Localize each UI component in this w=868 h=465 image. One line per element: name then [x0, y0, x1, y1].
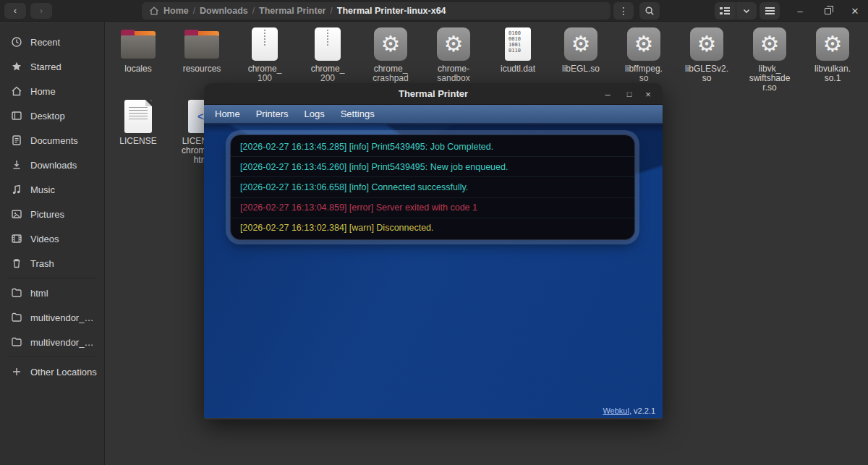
clock-icon	[11, 36, 22, 48]
forward-button[interactable]: ›	[30, 3, 52, 19]
sidebar-label: Starred	[30, 61, 61, 72]
executable-gear-icon: ⚙	[437, 27, 470, 61]
menu-home[interactable]: Home	[207, 106, 248, 122]
file-label: locales	[124, 64, 151, 74]
executable-gear-icon: ⚙	[690, 27, 723, 61]
file-libvk-swiftshader-so[interactable]: ⚙ libvk_ swiftshade r.so	[739, 27, 801, 93]
sidebar-item-pictures[interactable]: Pictures	[0, 202, 104, 226]
breadcrumb-current: Thermal Printer-linux-x64	[337, 6, 446, 16]
breadcrumb-separator: /	[330, 6, 332, 16]
maximize-button[interactable]: □	[621, 83, 638, 105]
menu-bar: Home Printers Logs Settings	[204, 105, 663, 124]
executable-gear-icon: ⚙	[627, 27, 660, 61]
sidebar-item-videos[interactable]: Videos	[0, 226, 104, 251]
log-panel: [2026-02-27 16:13:45.285] [info] Print54…	[230, 135, 635, 240]
file-label: libffmpeg. so	[625, 64, 663, 83]
folder-icon	[184, 30, 219, 59]
file-chrome-sandbox[interactable]: ⚙ chrome- sandbox	[422, 27, 485, 83]
file-label: LICENSE	[119, 137, 156, 146]
sidebar-label: Music	[30, 184, 55, 195]
sidebar-label: Pictures	[30, 209, 64, 220]
file-label: chrome_ 100	[248, 64, 282, 83]
picture-icon	[11, 208, 22, 220]
file-license[interactable]: LICENSE	[107, 100, 169, 146]
archive-icon	[315, 27, 341, 61]
sidebar-label: html	[30, 288, 48, 299]
sidebar-item-starred[interactable]: Starred	[0, 54, 104, 79]
folder-icon	[11, 336, 22, 348]
folder-icon	[11, 287, 22, 299]
desktop-icon	[11, 110, 22, 121]
file-icudtl-dat[interactable]: 0100 0010 1001 0110 icudtl.dat	[487, 27, 549, 74]
sidebar-item-home[interactable]: Home	[0, 79, 104, 103]
file-label: libvk_ swiftshade r.so	[749, 64, 791, 93]
sidebar-label: Videos	[30, 234, 59, 244]
window-minimize-button[interactable]: –	[791, 0, 809, 22]
breadcrumb-separator: /	[193, 6, 195, 16]
file-locales[interactable]: locales	[107, 27, 169, 74]
plus-icon	[11, 366, 22, 377]
window-title: Thermal Printer	[399, 88, 468, 99]
breadcrumb-item-home[interactable]: Home	[163, 6, 189, 16]
trash-icon	[11, 257, 22, 269]
chevron-down-icon	[742, 7, 751, 15]
archive-icon	[252, 27, 278, 61]
file-chrome-100[interactable]: chrome_ 100	[234, 27, 296, 83]
file-libegl-so[interactable]: ⚙ libEGL.so	[550, 27, 612, 74]
download-icon	[11, 159, 22, 171]
home-icon	[11, 85, 22, 97]
window-close-button[interactable]: ✕	[846, 0, 864, 22]
thermal-printer-titlebar[interactable]: Thermal Printer – □ ×	[204, 83, 663, 105]
sidebar-item-music[interactable]: Music	[0, 177, 104, 202]
menu-logs[interactable]: Logs	[296, 106, 332, 122]
sidebar-label: Documents	[30, 135, 78, 146]
sidebar-item-downloads[interactable]: Downloads	[0, 153, 104, 177]
file-chrome-crashpad[interactable]: ⚙ chrome_ crashpad	[359, 27, 422, 83]
home-icon	[149, 6, 159, 16]
sidebar: Recent Starred Home Desktop Documents Do…	[0, 22, 105, 465]
file-label: libEGL.so	[562, 64, 600, 74]
sidebar-item-other-locations[interactable]: Other Locations	[0, 359, 104, 384]
path-menu-button[interactable]: ⋮	[613, 2, 634, 20]
file-libvulkan-so-1[interactable]: ⚙ libvulkan. so.1	[801, 27, 864, 83]
webkul-link[interactable]: Webkul	[603, 406, 629, 415]
executable-gear-icon: ⚙	[374, 27, 407, 61]
breadcrumb-item-thermal-printer[interactable]: Thermal Printer	[259, 6, 326, 16]
file-label: libGLESv2. so	[685, 64, 728, 83]
sidebar-item-trash[interactable]: Trash	[0, 251, 104, 276]
sidebar-separator	[7, 357, 97, 357]
close-button[interactable]: ×	[639, 83, 657, 105]
sidebar-item-html[interactable]: html	[0, 281, 104, 305]
file-label: icudtl.dat	[501, 64, 535, 74]
file-libglesv2-so[interactable]: ⚙ libGLESv2. so	[676, 27, 738, 83]
breadcrumb-separator: /	[252, 6, 255, 16]
breadcrumb: Home / Downloads / Thermal Printer / The…	[142, 2, 610, 20]
window-restore-button[interactable]	[819, 0, 836, 22]
sidebar-item-multivendor-1[interactable]: multivendor_…	[0, 305, 104, 330]
sidebar-item-recent[interactable]: Recent	[0, 30, 104, 54]
sidebar-label: multivendor_…	[30, 312, 93, 323]
log-line: [2026-02-27 16:13:45.260] [info] Print54…	[231, 157, 634, 177]
breadcrumb-item-downloads[interactable]: Downloads	[200, 6, 248, 16]
executable-gear-icon: ⚙	[564, 27, 597, 61]
menu-settings[interactable]: Settings	[333, 106, 383, 122]
back-button[interactable]: ‹	[4, 3, 26, 19]
sidebar-item-documents[interactable]: Documents	[0, 128, 104, 153]
main-menu-button[interactable]	[760, 2, 780, 20]
minimize-button[interactable]: –	[599, 83, 616, 105]
menu-printers[interactable]: Printers	[248, 106, 297, 122]
credit-line: Webkul, v2.2.1	[603, 406, 655, 415]
sidebar-item-multivendor-2[interactable]: multivendor_…	[0, 330, 104, 354]
folder-icon	[121, 30, 156, 59]
file-resources[interactable]: resources	[171, 27, 233, 74]
view-options-dropdown[interactable]	[736, 2, 757, 20]
list-view-button[interactable]	[715, 2, 736, 20]
search-button[interactable]	[639, 2, 660, 20]
sidebar-label: Trash	[30, 258, 54, 269]
file-chrome-200[interactable]: chrome_ 200	[297, 27, 359, 83]
sidebar-item-desktop[interactable]: Desktop	[0, 103, 104, 128]
sidebar-label: multivendor_…	[30, 337, 93, 348]
file-label: chrome_ 200	[311, 64, 345, 83]
file-label: libvulkan. so.1	[814, 64, 851, 83]
file-libffmpeg-so[interactable]: ⚙ libffmpeg. so	[613, 27, 675, 83]
